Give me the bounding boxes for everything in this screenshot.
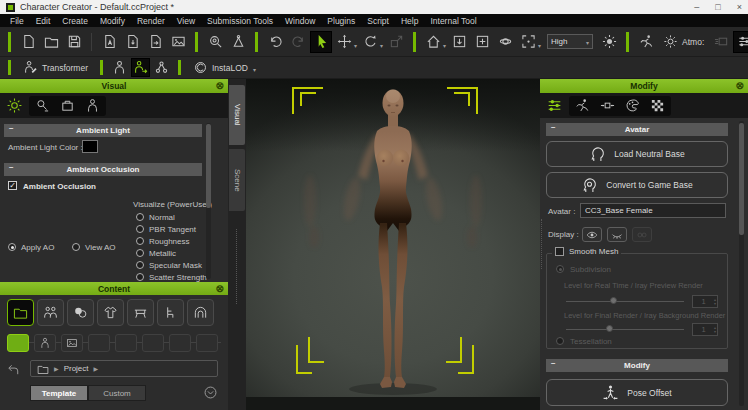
load-neutral-base-button[interactable]: Load Neutral Base xyxy=(546,141,728,167)
close-icon[interactable]: ⊗ xyxy=(216,283,224,294)
final-spinbox[interactable]: 1 ▴▾ xyxy=(692,323,718,336)
content-category-stage[interactable] xyxy=(187,299,214,326)
side-tab-visual[interactable]: Visual xyxy=(229,85,245,145)
scrollbar-thumb[interactable] xyxy=(739,123,744,235)
collapse-icon[interactable]: − xyxy=(9,163,14,172)
menu-item-window[interactable]: Window xyxy=(279,16,321,26)
render-settings-button[interactable] xyxy=(733,31,748,53)
close-button[interactable]: × xyxy=(737,2,742,12)
scrollbar-thumb[interactable] xyxy=(206,124,211,208)
content-category-material[interactable] xyxy=(67,299,94,326)
minimize-button[interactable]: – xyxy=(694,2,699,12)
move-dropdown-caret[interactable]: ▾ xyxy=(354,42,357,49)
content-filter-template[interactable] xyxy=(7,334,29,352)
menu-item-submission-tools[interactable]: Submission Tools xyxy=(201,16,279,26)
rotate-dropdown-caret[interactable]: ▾ xyxy=(380,42,383,49)
menu-item-plugins[interactable]: Plugins xyxy=(321,16,361,26)
tab-animation[interactable] xyxy=(575,98,590,113)
realtime-spinbox[interactable]: 1 ▴▾ xyxy=(692,295,718,308)
transformer-button[interactable]: Transformer xyxy=(18,58,93,78)
panel-drag-handle[interactable] xyxy=(236,229,237,304)
avatar-section-bar[interactable]: − Avatar xyxy=(546,123,728,136)
menu-item-help[interactable]: Help xyxy=(395,16,424,26)
import-button[interactable] xyxy=(121,31,143,53)
visualize-radio-roughness[interactable] xyxy=(136,237,144,245)
menu-item-create[interactable]: Create xyxy=(56,16,94,26)
edit-motion-button[interactable] xyxy=(110,58,129,77)
character-model[interactable] xyxy=(246,79,540,410)
preview-light-button[interactable] xyxy=(598,31,620,53)
close-icon[interactable]: ⊗ xyxy=(216,80,224,91)
menu-item-internal-tool[interactable]: Internal Tool xyxy=(424,16,482,26)
content-category-character[interactable] xyxy=(37,299,64,326)
viewport-3d[interactable] xyxy=(246,79,540,410)
view-ao-radio[interactable] xyxy=(72,243,80,251)
tessellation-radio[interactable] xyxy=(556,337,564,345)
tab-template[interactable]: Template xyxy=(30,385,88,401)
smooth-mesh-checkbox[interactable] xyxy=(555,247,564,256)
breadcrumb[interactable]: ▶ Project ▶ xyxy=(30,360,218,377)
frame-dropdown-caret[interactable]: ▾ xyxy=(538,42,541,49)
save-project-button[interactable] xyxy=(63,31,85,53)
content-category-accessory[interactable] xyxy=(127,299,154,326)
display-linked-button[interactable] xyxy=(632,227,652,242)
orbit-view-button[interactable] xyxy=(494,31,516,53)
gizmo-settings-button[interactable] xyxy=(227,31,249,53)
mesh-cluster-button[interactable] xyxy=(152,58,171,77)
content-filter-image[interactable] xyxy=(61,334,83,352)
safe-frame-button[interactable] xyxy=(517,31,539,53)
panel-drag-handle[interactable] xyxy=(541,219,542,269)
snapshot-button[interactable] xyxy=(167,31,189,53)
content-filter-empty[interactable] xyxy=(115,334,137,352)
ambient-light-section-bar[interactable]: − Ambient Light xyxy=(4,124,202,137)
ambient-occlusion-section-bar[interactable]: − Ambient Occlusion xyxy=(4,163,202,176)
instalod-button[interactable]: InstaLOD▾ xyxy=(188,58,261,78)
zoom-to-all-button[interactable] xyxy=(204,31,226,53)
tab-appearance[interactable] xyxy=(625,98,640,113)
rotate-tool-button[interactable] xyxy=(359,31,381,53)
wind-button[interactable] xyxy=(710,31,732,53)
tab-character-display[interactable] xyxy=(85,98,100,113)
open-project-button[interactable] xyxy=(40,31,62,53)
tab-shadow[interactable] xyxy=(60,98,75,113)
content-filter-empty[interactable] xyxy=(88,334,110,352)
ambient-light-color-swatch[interactable] xyxy=(82,140,98,153)
final-slider-knob[interactable] xyxy=(606,325,613,332)
collapse-icon[interactable]: − xyxy=(551,359,556,368)
menu-item-render[interactable]: Render xyxy=(131,16,171,26)
content-filter-empty[interactable] xyxy=(142,334,164,352)
modify-panel-scrollbar[interactable] xyxy=(739,121,744,406)
menu-item-modify[interactable]: Modify xyxy=(94,16,131,26)
tab-light[interactable] xyxy=(35,98,50,113)
ambient-occlusion-checkbox[interactable]: ✓ xyxy=(8,181,17,190)
close-icon[interactable]: ⊗ xyxy=(736,80,744,91)
spin-down-icon[interactable]: ▾ xyxy=(714,302,716,306)
undo-button[interactable] xyxy=(264,31,286,53)
tab-morph[interactable] xyxy=(600,98,615,113)
character-mode-button[interactable] xyxy=(131,58,150,77)
spin-down-icon[interactable]: ▾ xyxy=(714,330,716,334)
redo-button[interactable] xyxy=(287,31,309,53)
visualize-radio-pbr-tangent[interactable] xyxy=(136,225,144,233)
pose-offset-button[interactable]: Pose Offset xyxy=(546,379,728,406)
content-filter-character[interactable] xyxy=(34,334,56,352)
home-view-button[interactable] xyxy=(422,31,444,53)
side-tab-scene[interactable]: Scene xyxy=(229,149,245,211)
tab-texture[interactable] xyxy=(650,98,665,113)
load-template-button[interactable] xyxy=(98,31,120,53)
apply-ao-radio[interactable] xyxy=(8,243,16,251)
content-category-prop[interactable] xyxy=(157,299,184,326)
atmosphere-button[interactable]: Atmo: xyxy=(658,32,709,52)
visualize-radio-specular-mask[interactable] xyxy=(136,261,144,269)
display-show-eyelash-button[interactable] xyxy=(607,227,627,242)
content-category-cloth[interactable] xyxy=(97,299,124,326)
move-tool-button[interactable] xyxy=(333,31,355,53)
home-dropdown-caret[interactable]: ▾ xyxy=(443,42,446,49)
final-slider[interactable] xyxy=(566,329,684,330)
new-project-button[interactable] xyxy=(17,31,39,53)
visualize-radio-normal[interactable] xyxy=(136,213,144,221)
avatar-name-input[interactable] xyxy=(580,203,726,218)
menu-item-file[interactable]: File xyxy=(4,16,30,26)
menu-item-view[interactable]: View xyxy=(171,16,201,26)
content-filter-empty[interactable] xyxy=(196,334,218,352)
